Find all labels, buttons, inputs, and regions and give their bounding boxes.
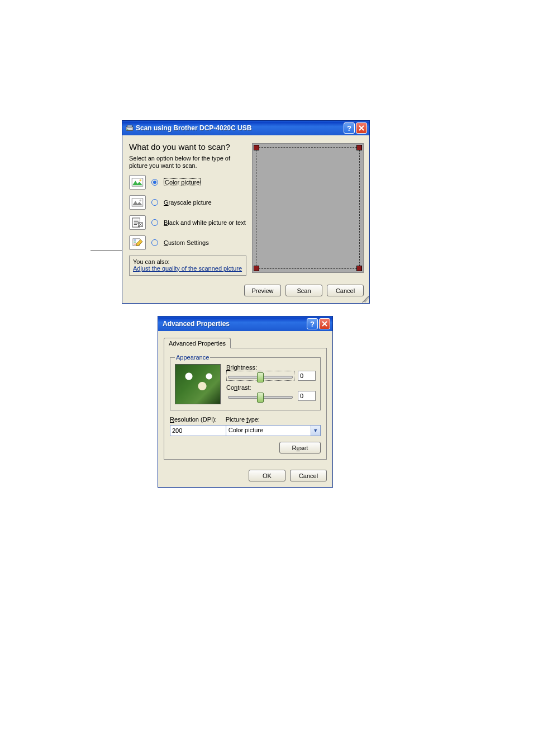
resolution-label: Resolution (DPI): (170, 416, 217, 423)
option-color-picture[interactable]: Color picture (129, 175, 246, 190)
contrast-label: Contrast: (226, 384, 316, 391)
svg-rect-13 (134, 242, 136, 242)
you-can-also-box: You can also: Adjust the quality of the … (129, 256, 246, 276)
scan-button[interactable]: Scan (285, 285, 322, 296)
crop-handle-top-right[interactable] (356, 145, 362, 150)
custom-settings-icon (129, 235, 146, 250)
option-black-white-text[interactable]: Black and white picture or text (129, 215, 246, 230)
cancel-button[interactable]: Cancel (290, 470, 327, 481)
option-custom-settings[interactable]: Custom Settings (129, 235, 246, 250)
bw-text-icon (129, 215, 146, 230)
svg-rect-14 (134, 240, 136, 240)
picture-type-combobox[interactable]: Color picture ▼ (226, 425, 321, 436)
color-picture-icon (129, 175, 146, 190)
radio-icon (151, 199, 158, 206)
scan-dialog-title: Scan using Brother DCP-4020C USB (136, 124, 251, 132)
option-label: Black and white picture or text (164, 219, 246, 226)
tab-advanced-properties[interactable]: Advanced Properties (164, 338, 231, 348)
slider-thumb-icon[interactable] (257, 393, 264, 403)
titlebar-help-button[interactable]: ? (307, 318, 318, 329)
svg-point-8 (140, 200, 142, 202)
option-label: Grayscale picture (164, 199, 212, 206)
contrast-value-input[interactable] (298, 391, 316, 401)
titlebar-close-button[interactable] (356, 122, 367, 134)
adv-dialog-titlebar[interactable]: Advanced Properties ? (158, 316, 332, 331)
radio-icon (151, 179, 158, 186)
brightness-value-input[interactable] (298, 371, 316, 381)
adv-dialog-title: Advanced Properties (163, 320, 230, 328)
crop-handle-top-left[interactable] (254, 145, 259, 150)
radio-icon (151, 219, 158, 226)
svg-rect-1 (127, 125, 132, 127)
picture-type-label: Picture type: (226, 416, 321, 423)
appearance-group: Appearance Brightness: (170, 354, 321, 410)
resize-grip[interactable] (362, 296, 369, 303)
ok-button[interactable]: OK (249, 470, 285, 481)
reset-button[interactable]: Reset (279, 442, 321, 453)
cancel-button[interactable]: Cancel (327, 285, 364, 296)
adjust-quality-link[interactable]: Adjust the quality of the scanned pictur… (133, 265, 242, 272)
grayscale-picture-icon (129, 195, 146, 210)
scan-preview-area[interactable] (252, 143, 364, 273)
appearance-preview-thumbnail (175, 364, 221, 404)
brightness-label: Brightness: (226, 364, 316, 371)
preview-button[interactable]: Preview (244, 285, 281, 296)
option-label: Color picture (164, 179, 201, 186)
svg-rect-12 (134, 244, 136, 244)
scan-heading: What do you want to scan? (129, 142, 246, 152)
svg-point-5 (140, 179, 142, 182)
scan-subtext: Select an option below for the type of p… (129, 155, 246, 169)
scan-dialog-titlebar[interactable]: Scan using Brother DCP-4020C USB ? (122, 121, 369, 135)
picture-type-value: Color picture (226, 426, 311, 436)
resolution-spinner[interactable]: ▲ ▼ (170, 425, 210, 436)
scanner-icon (126, 124, 134, 132)
leader-line (91, 251, 126, 251)
scan-dialog: Scan using Brother DCP-4020C USB ? What … (122, 120, 370, 304)
option-grayscale-picture[interactable]: Grayscale picture (129, 195, 246, 210)
option-label: Custom Settings (164, 239, 209, 246)
chevron-down-icon[interactable]: ▼ (311, 426, 320, 436)
you-can-also-label: You can also: (133, 258, 242, 265)
contrast-slider[interactable] (226, 391, 294, 401)
crop-handle-bottom-right[interactable] (356, 266, 362, 271)
tab-page: Appearance Brightness: (164, 348, 327, 460)
crop-handle-bottom-left[interactable] (254, 266, 259, 271)
brightness-slider[interactable] (226, 371, 294, 381)
svg-point-2 (127, 129, 129, 130)
radio-icon (151, 239, 158, 246)
titlebar-close-button[interactable] (319, 318, 330, 329)
advanced-properties-dialog: Advanced Properties ? Advanced Propertie… (158, 316, 333, 488)
titlebar-help-button[interactable]: ? (344, 122, 355, 134)
slider-thumb-icon[interactable] (257, 372, 264, 382)
crop-selection[interactable] (256, 147, 360, 269)
appearance-legend: Appearance (175, 354, 210, 361)
